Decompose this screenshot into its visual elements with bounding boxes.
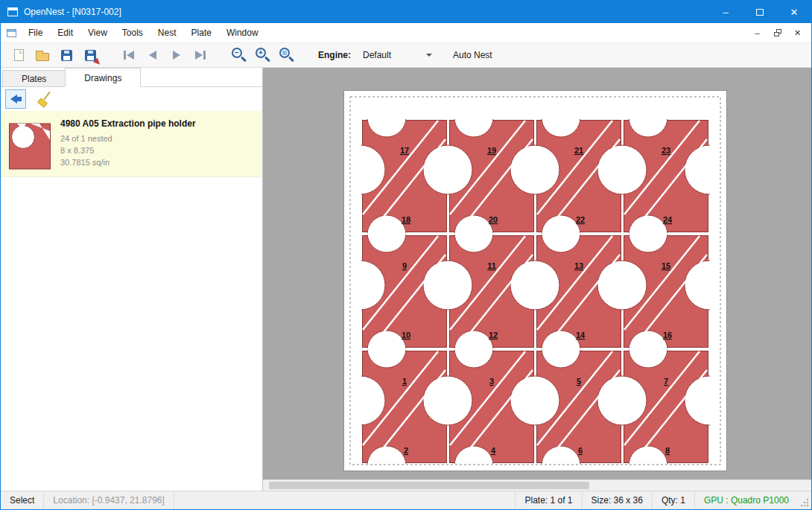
- mdi-close-icon: ✕: [794, 28, 801, 38]
- mdi-minimize-button[interactable]: –: [748, 25, 767, 40]
- part-number-label: 9: [402, 261, 407, 270]
- part-number-label: 14: [576, 331, 586, 340]
- last-page-icon: [195, 51, 206, 60]
- add-to-plate-button[interactable]: [5, 89, 26, 109]
- save-edit-button[interactable]: [78, 45, 102, 66]
- menu-view[interactable]: View: [80, 23, 115, 42]
- circular-notch: [542, 98, 580, 137]
- floppy-icon: [61, 50, 72, 61]
- nav-button-group: [117, 45, 212, 66]
- part-number-label: 8: [665, 446, 670, 455]
- app-window: OpenNest - [N0317-002] – ✕ File Edit Vie…: [0, 0, 812, 510]
- drawing-list: 4980 A05 Extraction pipe holder 24 of 1 …: [1, 111, 262, 491]
- broom-icon: [37, 92, 51, 106]
- new-button[interactable]: [7, 45, 31, 66]
- next-plate-button[interactable]: [165, 45, 188, 66]
- drawing-dimensions: 8 x 8.375: [60, 144, 196, 156]
- previous-plate-button[interactable]: [141, 45, 165, 66]
- zoom-in-button[interactable]: +: [251, 45, 275, 66]
- menu-window[interactable]: Window: [219, 23, 266, 42]
- zoom-button-group: − +: [227, 45, 299, 66]
- drawing-area: 30.7815 sq/in: [60, 156, 196, 168]
- menu-nest[interactable]: Nest: [150, 23, 184, 42]
- part-thumbnail: [8, 117, 51, 170]
- part-number-label: 6: [578, 446, 583, 455]
- zoom-out-icon: −: [232, 48, 247, 63]
- zoom-fit-icon: [279, 48, 294, 63]
- part-number-label: 13: [574, 261, 583, 270]
- left-arrow-icon: [10, 95, 22, 103]
- drawing-title: 4980 A05 Extraction pipe holder: [60, 118, 196, 129]
- mdi-restore-icon: [774, 29, 781, 36]
- new-page-icon: [14, 49, 24, 61]
- clear-button[interactable]: [34, 89, 54, 109]
- part-number-label: 2: [404, 446, 408, 455]
- menu-tools[interactable]: Tools: [115, 23, 150, 42]
- zoom-out-button[interactable]: −: [227, 45, 251, 66]
- mdi-window-controls: – ✕: [748, 25, 807, 40]
- minimize-icon: –: [723, 7, 728, 18]
- sidebar: Plates Drawings: [1, 68, 263, 491]
- menu-edit[interactable]: Edit: [50, 23, 80, 42]
- horizontal-scrollbar[interactable]: [263, 479, 811, 491]
- part-number-label: 24: [663, 215, 673, 224]
- part-number-label: 22: [576, 215, 585, 224]
- menubar: File Edit View Tools Nest Plate Window –…: [1, 23, 811, 42]
- folder-icon: [36, 53, 49, 61]
- part-number-label: 10: [402, 331, 410, 340]
- part-number-label: 1: [402, 377, 407, 386]
- menu-file[interactable]: File: [21, 23, 50, 42]
- auto-nest-button[interactable]: Auto Nest: [448, 47, 497, 63]
- plate: 1718 1920 2122 2324 910 1112 1314 1516 1…: [343, 90, 727, 471]
- part-number-label: 4: [491, 446, 496, 455]
- part-number-label: 21: [574, 146, 583, 155]
- status-separator: [174, 491, 174, 509]
- document-icon: [7, 29, 16, 37]
- mdi-close-button[interactable]: ✕: [788, 25, 807, 40]
- menu-plate[interactable]: Plate: [184, 23, 219, 42]
- part-number-label: 3: [489, 377, 494, 386]
- nest-canvas[interactable]: 1718 1920 2122 2324 910 1112 1314 1516 1…: [263, 68, 811, 491]
- tab-plates[interactable]: Plates: [2, 70, 66, 87]
- scrollbar-thumb[interactable]: [269, 482, 589, 489]
- tab-drawings[interactable]: Drawings: [65, 68, 141, 87]
- part-number-label: 19: [487, 146, 496, 155]
- main-content: Plates Drawings: [1, 68, 811, 491]
- drawing-info: 4980 A05 Extraction pipe holder 24 of 1 …: [60, 117, 196, 170]
- drawing-nested-info: 24 of 1 nested: [60, 133, 196, 144]
- part-number-label: 18: [402, 215, 410, 224]
- engine-select[interactable]: Default: [358, 48, 437, 63]
- status-qty: Qty: 1: [653, 491, 694, 509]
- resize-grip[interactable]: [798, 491, 811, 509]
- previous-icon: [149, 51, 156, 60]
- part-number-label: 15: [662, 261, 670, 270]
- open-button[interactable]: [31, 45, 54, 66]
- nest-plate-svg: 1718 1920 2122 2324 910 1112 1314 1516 1…: [344, 91, 726, 471]
- close-button[interactable]: ✕: [777, 1, 811, 23]
- circular-notch: [454, 98, 493, 137]
- resize-grip-icon: [800, 498, 809, 507]
- circular-notch: [629, 98, 667, 137]
- maximize-icon: [756, 9, 764, 16]
- first-plate-button[interactable]: [117, 45, 141, 66]
- part-number-label: 12: [489, 331, 498, 340]
- statusbar: Select Location: [-0.9437, 21.8796] Plat…: [1, 491, 811, 509]
- maximize-button[interactable]: [743, 1, 777, 23]
- zoom-fit-button[interactable]: [275, 45, 299, 66]
- minimize-button[interactable]: –: [708, 1, 743, 23]
- save-button[interactable]: [54, 45, 78, 66]
- drawing-list-item[interactable]: 4980 A05 Extraction pipe holder 24 of 1 …: [1, 111, 262, 177]
- status-gpu: GPU : Quadro P1000: [695, 491, 798, 509]
- first-page-icon: [124, 51, 134, 60]
- floppy-edit-icon: [85, 50, 96, 61]
- zoom-in-icon: +: [256, 48, 270, 63]
- part-number-label: 20: [489, 215, 498, 224]
- status-mode: Select: [1, 491, 43, 509]
- last-plate-button[interactable]: [188, 45, 212, 66]
- mdi-minimize-icon: –: [755, 28, 759, 37]
- part-number-label: 5: [577, 377, 581, 386]
- next-icon: [173, 51, 180, 60]
- mdi-restore-button[interactable]: [768, 25, 787, 40]
- part-number-label: 17: [400, 146, 409, 155]
- circular-notch: [367, 98, 406, 137]
